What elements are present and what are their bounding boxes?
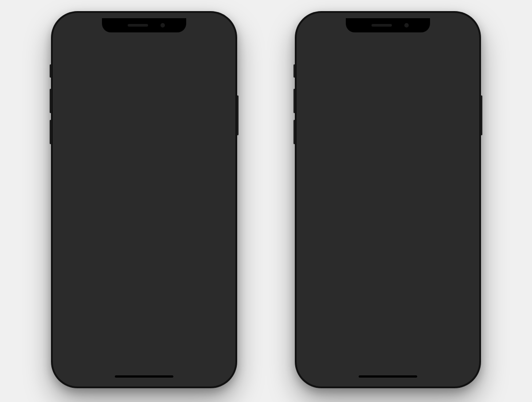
status-time: 10:35➤	[70, 24, 93, 32]
heart-icon	[104, 352, 115, 363]
chevron-right-icon: ›	[219, 141, 222, 151]
status-time: 10:36➤	[314, 24, 337, 32]
now-playing-art	[65, 328, 83, 346]
profile-visibility-row: Show on My Profile and in Search	[302, 144, 474, 170]
music-note-icon	[138, 352, 150, 363]
album-art-text: GOLDEN HOUR	[151, 185, 180, 189]
nav-title: New Playlist	[368, 42, 412, 51]
svg-point-5	[177, 356, 180, 359]
chevron-right-icon: ›	[219, 121, 222, 131]
signal-icon	[434, 26, 442, 30]
tab-browse[interactable]: Browse	[127, 352, 161, 369]
battery-icon	[209, 26, 219, 31]
album-artist: MGMT	[66, 264, 139, 272]
album-title: Little Dark Age	[66, 256, 139, 264]
album-art-text: LDA	[129, 184, 134, 194]
playlist-name-input[interactable]: Playlist Name	[375, 58, 466, 70]
category-label: Artists	[66, 101, 91, 111]
svg-line-7	[215, 360, 217, 363]
album-item[interactable]: MGMT LDA Little Dark Age MGMT	[66, 181, 139, 272]
svg-rect-2	[73, 352, 78, 353]
tab-for-you[interactable]: For You	[93, 352, 127, 369]
tab-library[interactable]: Library	[58, 352, 93, 369]
forward-icon[interactable]	[210, 332, 223, 343]
library-icon	[70, 352, 81, 363]
radio-icon	[172, 352, 185, 363]
music-note-icon	[340, 87, 358, 108]
svg-rect-1	[72, 354, 78, 355]
now-playing-bar[interactable]: The Joke	[58, 324, 230, 349]
category-label: Songs	[66, 141, 91, 151]
category-albums[interactable]: Albums›	[66, 116, 222, 136]
camera-button[interactable]	[328, 89, 344, 106]
tab-label: For You	[102, 364, 117, 369]
nav-bar: Cancel New Playlist Done	[302, 38, 474, 55]
album-art: MGMT LDA	[66, 181, 139, 253]
tab-search[interactable]: Search	[196, 352, 230, 369]
svg-rect-4	[75, 356, 76, 359]
location-icon: ➤	[89, 26, 93, 32]
chevron-right-icon: ›	[219, 101, 222, 111]
cancel-button[interactable]: Cancel	[310, 42, 333, 51]
play-icon[interactable]	[191, 331, 200, 343]
svg-point-3	[74, 359, 75, 360]
section-recently-added: Recently Added	[66, 166, 222, 176]
tab-label: Library	[69, 364, 82, 369]
page-title: Library	[66, 55, 222, 73]
nav-bar: Edit	[58, 38, 230, 55]
notch	[102, 18, 186, 32]
search-icon	[207, 352, 219, 363]
visibility-toggle[interactable]	[444, 150, 466, 164]
add-music-label: Add Music	[325, 177, 362, 186]
wifi-icon	[200, 24, 207, 32]
chevron-right-icon: ›	[219, 81, 222, 91]
category-artists[interactable]: Artists›	[66, 96, 222, 116]
battery-icon	[453, 26, 463, 31]
signal-icon	[190, 26, 198, 30]
camera-icon	[332, 94, 340, 101]
home-indicator[interactable]	[359, 375, 417, 378]
album-item-peek[interactable]	[66, 278, 139, 292]
done-button[interactable]: Done	[447, 42, 466, 51]
home-indicator[interactable]	[115, 375, 173, 378]
album-artist: Kacey Musgraves	[146, 264, 219, 272]
category-label: Playlists	[66, 81, 98, 91]
tab-label: Radio	[173, 364, 184, 369]
album-item-peek[interactable]: OD LIFE	[146, 278, 219, 292]
svg-point-6	[209, 354, 215, 360]
device-right: 10:36➤ Cancel New Playlist Done Play	[295, 11, 481, 388]
svg-rect-0	[71, 355, 79, 362]
wifi-icon	[443, 24, 450, 32]
description-input[interactable]: Description	[302, 122, 474, 144]
tab-label: Browse	[137, 364, 151, 369]
album-art-text: MGMT	[70, 184, 90, 191]
album-item[interactable]: GOLDEN HOUR Golden Hour Kacey Musgraves	[146, 181, 219, 272]
category-playlists[interactable]: Playlists›	[66, 76, 222, 96]
svg-point-8	[335, 97, 338, 100]
category-label: Albums	[66, 121, 96, 131]
add-music-button[interactable]: Add Music	[302, 170, 474, 193]
album-title: Golden Hour	[146, 256, 219, 264]
tab-label: Search	[206, 364, 220, 369]
now-playing-title: The Joke	[88, 333, 186, 342]
category-songs[interactable]: Songs›	[66, 136, 222, 156]
plus-icon	[310, 177, 320, 186]
category-list: Playlists› Artists› Albums› Songs›	[66, 75, 222, 156]
toggle-label: Show on My Profile and in Search	[310, 153, 417, 161]
edit-button[interactable]: Edit	[209, 42, 222, 51]
tab-radio[interactable]: Radio	[161, 352, 196, 369]
notch	[346, 18, 430, 32]
album-art: GOLDEN HOUR	[146, 181, 219, 253]
device-left: 10:35➤ Edit Library Playlists› Artists› …	[51, 11, 237, 388]
location-icon: ➤	[332, 26, 337, 32]
playlist-artwork[interactable]	[310, 58, 368, 116]
